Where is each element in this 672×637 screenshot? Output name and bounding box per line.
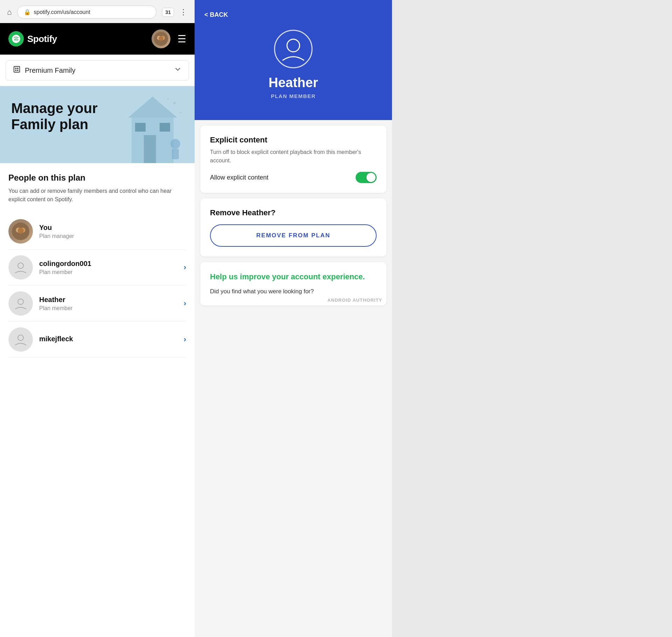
member-name: colingordon001 <box>39 260 177 268</box>
member-list: You Plan manager colingordon0 <box>8 214 186 358</box>
list-item[interactable]: You Plan manager <box>8 214 186 250</box>
hamburger-menu-icon[interactable]: ☰ <box>177 33 186 45</box>
user-avatar-image <box>152 29 170 48</box>
plan-selector[interactable]: Premium Family <box>6 60 189 80</box>
chevron-down-icon <box>174 65 182 75</box>
avatar <box>8 219 33 244</box>
explicit-content-toggle[interactable] <box>356 172 377 183</box>
avatar <box>8 327 33 352</box>
chevron-right-icon: › <box>184 299 186 308</box>
avatar-generic <box>8 327 33 352</box>
svg-point-29 <box>287 39 300 52</box>
chevron-right-icon: › <box>184 263 186 272</box>
left-panel: ⌂ 🔒 spotify.com/us/account 31 ⋮ Spotify <box>0 0 195 637</box>
toggle-label: Allow explicit content <box>210 174 268 181</box>
list-item[interactable]: colingordon001 Plan member › <box>8 250 186 286</box>
member-name: mikejfleck <box>39 335 177 343</box>
remove-title: Remove Heather? <box>210 208 377 217</box>
people-description: You can add or remove family members and… <box>8 187 186 204</box>
hero-section: Manage your Family plan ✦ ✦ ✦ <box>0 86 195 163</box>
avatar-generic <box>8 291 33 316</box>
more-menu-icon[interactable]: ⋮ <box>180 8 188 17</box>
browser-chrome: ⌂ 🔒 spotify.com/us/account 31 ⋮ <box>0 0 195 23</box>
calendar-badge[interactable]: 31 <box>162 8 174 17</box>
list-item[interactable]: Heather Plan member › <box>8 286 186 322</box>
help-description: Did you find what you were looking for? <box>210 287 377 296</box>
url-text: spotify.com/us/account <box>34 9 90 15</box>
member-name: Heather <box>39 296 177 304</box>
back-button[interactable]: < BACK <box>204 11 228 19</box>
explicit-content-title: Explicit content <box>210 135 377 145</box>
svg-rect-18 <box>172 149 179 159</box>
svg-point-22 <box>18 227 23 233</box>
spotify-icon <box>8 31 24 47</box>
toggle-row: Allow explicit content <box>210 172 377 183</box>
remove-section-card: Remove Heather? REMOVE FROM PLAN <box>200 198 386 257</box>
spotify-header: Spotify ☰ <box>0 23 195 55</box>
list-item[interactable]: mikejfleck › <box>8 322 186 358</box>
help-title: Help us improve your account experience. <box>210 272 377 282</box>
spotify-name-label: Spotify <box>27 34 57 44</box>
watermark: ANDROID AUTHORITY <box>327 298 382 303</box>
avatar-generic <box>8 255 33 280</box>
svg-rect-6 <box>17 68 19 69</box>
svg-rect-13 <box>160 123 170 132</box>
svg-text:✦: ✦ <box>172 100 177 107</box>
home-icon[interactable]: ⌂ <box>7 8 12 17</box>
people-title: People on this plan <box>8 173 186 183</box>
right-panel: < BACK Heather PLAN MEMBER Explicit cont… <box>195 0 392 637</box>
svg-rect-12 <box>135 123 146 132</box>
member-role: Plan member <box>39 305 177 312</box>
profile-header: < BACK Heather PLAN MEMBER <box>195 0 392 120</box>
profile-avatar-circle <box>274 30 313 68</box>
user-avatar[interactable] <box>152 29 170 48</box>
explicit-content-description: Turn off to block explicit content playb… <box>210 148 377 165</box>
plan-name-label: Premium Family <box>25 66 170 75</box>
svg-point-17 <box>170 139 180 149</box>
chevron-right-icon: › <box>184 335 186 344</box>
spotify-logo[interactable]: Spotify <box>8 31 57 47</box>
member-role: Plan manager <box>39 233 186 239</box>
profile-role-label: PLAN MEMBER <box>271 93 316 99</box>
plan-icon <box>13 65 21 75</box>
url-bar[interactable]: 🔒 spotify.com/us/account <box>17 6 156 19</box>
explicit-content-card: Explicit content Turn off to block expli… <box>200 126 386 193</box>
svg-point-3 <box>159 36 163 41</box>
hero-decoration: ✦ ✦ ✦ <box>118 90 188 163</box>
avatar-photo <box>8 219 33 244</box>
member-name: You <box>39 224 186 232</box>
lock-icon: 🔒 <box>24 9 31 15</box>
avatar <box>8 255 33 280</box>
avatar <box>8 291 33 316</box>
member-role: Plan member <box>39 269 177 275</box>
remove-from-plan-button[interactable]: REMOVE FROM PLAN <box>210 224 377 247</box>
svg-rect-11 <box>144 135 156 163</box>
member-info: mikejfleck <box>39 335 177 344</box>
member-info: Heather Plan member <box>39 296 177 312</box>
header-right: ☰ <box>152 29 186 48</box>
svg-rect-4 <box>14 66 20 72</box>
member-info: You Plan manager <box>39 224 186 239</box>
svg-rect-8 <box>17 70 19 71</box>
toggle-knob <box>366 173 376 182</box>
hero-title: Manage your Family plan <box>11 100 109 132</box>
help-section-card: Help us improve your account experience.… <box>200 262 386 306</box>
svg-text:✦: ✦ <box>167 97 169 101</box>
people-section: People on this plan You can add or remov… <box>0 163 195 637</box>
svg-rect-5 <box>15 68 16 69</box>
svg-text:✦: ✦ <box>179 110 182 115</box>
member-info: colingordon001 Plan member <box>39 260 177 275</box>
profile-name: Heather <box>268 75 318 90</box>
svg-rect-7 <box>15 70 16 71</box>
svg-marker-9 <box>128 97 177 118</box>
